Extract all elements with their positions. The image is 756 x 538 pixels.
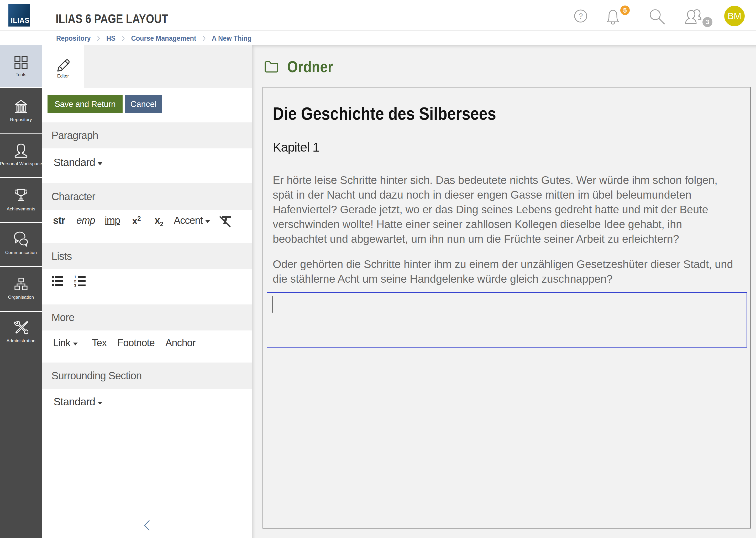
svg-text:1: 1 xyxy=(74,275,76,279)
svg-text:?: ? xyxy=(579,12,583,20)
svg-text:3: 3 xyxy=(74,283,76,288)
svg-text:2: 2 xyxy=(74,279,76,283)
